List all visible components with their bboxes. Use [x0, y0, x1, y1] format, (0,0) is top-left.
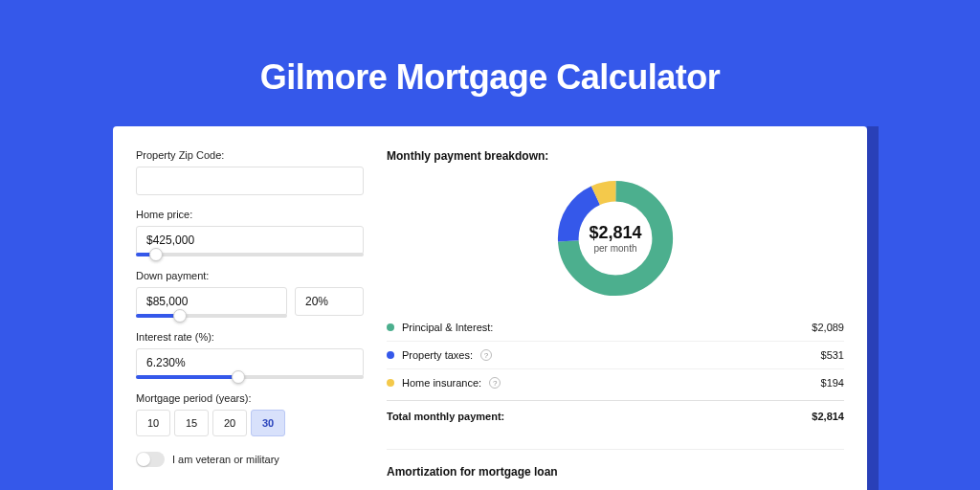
page-title: Gilmore Mortgage Calculator [0, 0, 980, 98]
interest-rate-label: Interest rate (%): [136, 331, 364, 343]
period-button-10[interactable]: 10 [136, 410, 170, 436]
home-price-slider[interactable] [136, 253, 364, 256]
legend-dot [387, 351, 394, 359]
calculator-card: Property Zip Code: Home price: Down paym… [113, 126, 867, 490]
donut-chart: $2,814 per month [553, 176, 678, 301]
donut-center: $2,814 per month [553, 176, 678, 301]
veteran-label: I am veteran or military [172, 454, 279, 465]
down-payment-slider-thumb[interactable] [173, 309, 187, 323]
total-label: Total monthly payment: [387, 411, 504, 422]
zip-input[interactable] [136, 167, 364, 195]
legend-value: $531 [821, 349, 844, 361]
info-icon[interactable]: ? [480, 349, 492, 361]
legend-row: Principal & Interest:$2,089 [387, 314, 844, 341]
total-row: Total monthly payment: $2,814 [387, 400, 844, 422]
legend-dot [387, 323, 394, 331]
interest-rate-slider-thumb[interactable] [232, 370, 245, 384]
down-payment-label: Down payment: [136, 270, 364, 281]
interest-rate-slider[interactable] [136, 375, 364, 379]
legend-label: Property taxes: [402, 349, 473, 361]
down-payment-field: Down payment: [136, 270, 364, 318]
mortgage-period-field: Mortgage period (years): 10152030 [136, 392, 364, 436]
down-payment-input[interactable] [136, 287, 287, 316]
veteran-toggle-knob [137, 453, 150, 466]
interest-rate-field: Interest rate (%): [136, 331, 364, 379]
legend-label: Home insurance: [402, 377, 481, 389]
mortgage-period-label: Mortgage period (years): [136, 392, 364, 404]
breakdown-title: Monthly payment breakdown: [387, 149, 844, 163]
info-icon[interactable]: ? [489, 377, 501, 389]
legend-value: $2,089 [812, 322, 844, 333]
legend-row: Home insurance:?$194 [387, 368, 844, 396]
period-button-30[interactable]: 30 [251, 410, 285, 436]
legend-value: $194 [821, 377, 844, 389]
amortization-section: Amortization for mortgage loan Amortizat… [387, 449, 844, 490]
zip-label: Property Zip Code: [136, 149, 364, 161]
period-button-15[interactable]: 15 [174, 410, 209, 436]
legend-label: Principal & Interest: [402, 322, 493, 333]
down-payment-pct-input[interactable] [295, 287, 364, 316]
interest-rate-slider-fill [136, 375, 238, 379]
zip-field: Property Zip Code: [136, 149, 364, 195]
veteran-row: I am veteran or military [136, 452, 364, 467]
breakdown-legend: Principal & Interest:$2,089Property taxe… [387, 314, 844, 396]
period-button-20[interactable]: 20 [212, 410, 247, 436]
interest-rate-input[interactable] [136, 348, 364, 377]
legend-dot [387, 379, 394, 387]
amortization-title: Amortization for mortgage loan [387, 465, 844, 479]
home-price-field: Home price: [136, 209, 364, 256]
down-payment-slider[interactable] [136, 314, 287, 318]
breakdown-column: Monthly payment breakdown: $2,814 per mo… [387, 149, 844, 490]
donut-sub: per month [593, 243, 636, 254]
form-column: Property Zip Code: Home price: Down paym… [136, 149, 364, 490]
home-price-input[interactable] [136, 226, 364, 255]
mortgage-period-group: 10152030 [136, 410, 364, 436]
veteran-toggle[interactable] [136, 452, 165, 467]
home-price-label: Home price: [136, 209, 364, 220]
legend-row: Property taxes:?$531 [387, 341, 844, 368]
total-value: $2,814 [812, 411, 844, 422]
donut-chart-wrap: $2,814 per month [387, 172, 844, 314]
donut-amount: $2,814 [589, 223, 641, 243]
home-price-slider-thumb[interactable] [149, 248, 163, 261]
